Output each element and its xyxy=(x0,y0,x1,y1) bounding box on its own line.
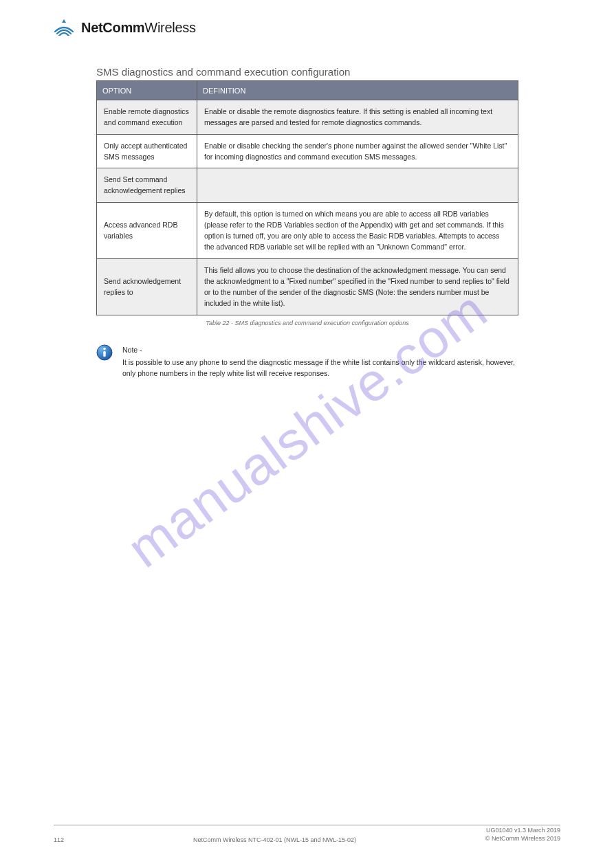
svg-point-3 xyxy=(103,347,106,350)
row-definition xyxy=(197,168,518,203)
note-body: Note - It is possible to use any phone t… xyxy=(122,344,518,379)
row-definition: By default, this option is turned on whi… xyxy=(197,202,518,258)
section-title: SMS diagnostics and command execution co… xyxy=(96,66,560,78)
row-option: Send Set command acknowledgement replies xyxy=(97,168,197,203)
footer-center: NetComm Wireless NTC-402-01 (NWL-15 and … xyxy=(193,836,356,843)
brand-bold: NetComm xyxy=(81,20,144,35)
row-option: Enable remote diagnostics and command ex… xyxy=(97,100,197,135)
brand-thin: Wireless xyxy=(144,20,195,35)
row-option: Only accept authenticated SMS messages xyxy=(97,134,197,168)
table-caption: Table 22 - SMS diagnostics and command e… xyxy=(96,320,518,326)
row-definition: This field allows you to choose the dest… xyxy=(197,258,518,315)
table-row: Send Set command acknowledgement replies xyxy=(97,168,518,203)
th-definition: DEFINITION xyxy=(197,81,518,100)
row-option: Send acknowledgement replies to xyxy=(97,258,197,315)
th-option: OPTION xyxy=(97,81,197,100)
row-option: Access advanced RDB variables xyxy=(97,202,197,258)
info-icon xyxy=(96,344,113,364)
row-definition: Enable or disable the remote diagnostics… xyxy=(197,100,518,135)
footer-page: 112 xyxy=(54,836,64,843)
brand-wordmark: NetCommWireless xyxy=(81,20,196,36)
note-label: Note - xyxy=(122,344,518,355)
table-row: Send acknowledgement replies to This fie… xyxy=(97,258,518,315)
svg-marker-0 xyxy=(62,19,66,23)
footer-right: UG01040 v1.3 March 2019 © NetComm Wirele… xyxy=(485,826,560,843)
config-table: OPTION DEFINITION Enable remote diagnost… xyxy=(96,80,518,315)
table-row: Access advanced RDB variables By default… xyxy=(97,202,518,258)
table-row: Only accept authenticated SMS messages E… xyxy=(97,134,518,168)
note-text: It is possible to use any phone to send … xyxy=(122,358,515,377)
row-definition: Enable or disable checking the sender's … xyxy=(197,134,518,168)
wifi-logo-icon xyxy=(54,19,74,36)
brand-logo: NetCommWireless xyxy=(54,19,560,36)
footer-copyright: © NetComm Wireless 2019 xyxy=(485,834,560,843)
footer: 112 NetComm Wireless NTC-402-01 (NWL-15 … xyxy=(54,826,560,843)
table-row: Enable remote diagnostics and command ex… xyxy=(97,100,518,135)
note-block: Note - It is possible to use any phone t… xyxy=(96,344,518,379)
table-header-row: OPTION DEFINITION xyxy=(97,81,518,100)
footer-version: UG01040 v1.3 March 2019 xyxy=(485,826,560,835)
svg-rect-2 xyxy=(103,351,105,357)
